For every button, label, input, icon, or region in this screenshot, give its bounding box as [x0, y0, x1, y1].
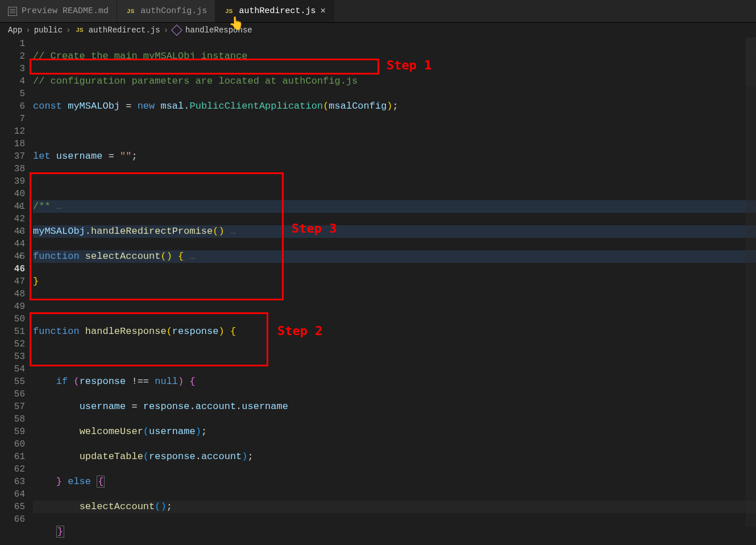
close-icon[interactable]: ×	[321, 6, 326, 16]
tab-preview-readme[interactable]: Preview README.md	[0, 0, 117, 22]
js-icon: JS	[223, 8, 234, 15]
code-comment: // configuration parameters are located …	[33, 76, 358, 86]
js-icon: JS	[74, 27, 85, 34]
tab-label: authRedirect.js	[239, 6, 315, 16]
tab-label: authConfig.js	[140, 6, 207, 16]
cursor-hand-icon: 👆	[229, 16, 244, 31]
tab-bar: Preview README.md JS authConfig.js JS au…	[0, 0, 756, 23]
breadcrumb[interactable]: App› public› JS authRedirect.js› handleR…	[0, 23, 756, 38]
tab-authconfig[interactable]: JS authConfig.js	[117, 0, 215, 22]
fold-chevron-icon[interactable]: ›	[18, 225, 22, 238]
preview-icon	[8, 7, 17, 16]
breadcrumb-item[interactable]: App	[8, 26, 22, 35]
annotation-label: Step 3	[292, 222, 337, 235]
fold-chevron-icon[interactable]: ›	[18, 200, 22, 213]
breadcrumb-item[interactable]: authRedirect.js	[89, 26, 160, 35]
code-area[interactable]: // Create the main myMSALObj instance //…	[33, 38, 756, 545]
annotation-label: Step 1	[387, 59, 431, 72]
symbol-icon	[171, 24, 182, 36]
fold-chevron-icon[interactable]: ›	[18, 250, 22, 263]
line-number-gutter: 1 2 3 4 5 6 7 12 18 37 38 39 40 41 42 43…	[0, 38, 33, 545]
tab-label: Preview README.md	[22, 6, 109, 16]
breadcrumb-item[interactable]: public	[34, 26, 63, 35]
code-editor[interactable]: 1 2 3 4 5 6 7 12 18 37 38 39 40 41 42 43…	[0, 38, 756, 545]
minimap[interactable]	[746, 38, 756, 527]
js-icon: JS	[125, 8, 136, 15]
code-comment: // Create the main myMSALObj instance	[33, 51, 247, 61]
annotation-label: Step 2	[277, 325, 322, 337]
